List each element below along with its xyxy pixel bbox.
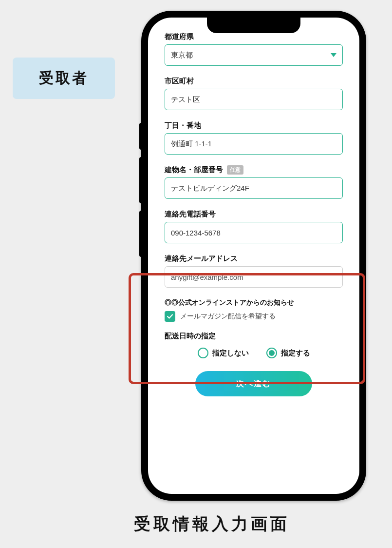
field-city: 市区町村 テスト区: [165, 73, 343, 110]
select-prefecture-value: 東京都: [171, 51, 193, 60]
optional-badge: 任意: [227, 165, 243, 175]
label-street: 丁目・番地: [165, 121, 201, 130]
radio-icon-selected: [266, 348, 277, 358]
radio-no-specify[interactable]: 指定しない: [198, 348, 249, 358]
field-street: 丁目・番地 例通町 1-1-1: [165, 117, 343, 155]
newsletter-checkbox-row[interactable]: メールマガジン配信を希望する: [165, 311, 343, 322]
input-building[interactable]: テストビルディング24F: [165, 177, 343, 199]
phone-screen: 都道府県 東京都 市区町村 テスト区 丁目・番地 例通町 1-1-1 建物名・部…: [148, 18, 359, 494]
label-email: 連絡先メールアドレス: [165, 254, 238, 263]
select-prefecture[interactable]: 東京都: [165, 44, 343, 66]
label-building: 建物名・部屋番号: [165, 165, 223, 175]
screen-caption: 受取情報入力画面: [134, 513, 290, 535]
field-building: 建物名・部屋番号 任意 テストビルディング24F: [165, 161, 343, 199]
checkbox-icon: [165, 311, 175, 322]
label-prefecture: 都道府県: [165, 32, 194, 41]
input-street[interactable]: 例通町 1-1-1: [165, 133, 343, 155]
label-city: 市区町村: [165, 77, 194, 86]
label-phone: 連絡先電話番号: [165, 210, 216, 219]
delivery-title: 配送日時の指定: [165, 332, 343, 341]
newsletter-checkbox-label: メールマガジン配信を希望する: [180, 312, 276, 321]
input-phone[interactable]: 090-1234-5678: [165, 222, 343, 243]
next-button[interactable]: 次へ進む: [195, 371, 312, 396]
field-prefecture: 都道府県 東京都: [165, 28, 343, 66]
newsletter-title: ◎◎公式オンラインストアからのお知らせ: [165, 298, 343, 307]
input-city[interactable]: テスト区: [165, 89, 343, 110]
radio-label-no-specify: 指定しない: [212, 349, 249, 358]
phone-notch: [207, 18, 300, 33]
radio-icon: [198, 348, 208, 358]
field-email: 連絡先メールアドレス anygift@example.com: [165, 250, 343, 288]
radio-label-specify: 指定する: [281, 349, 310, 358]
input-email[interactable]: anygift@example.com: [165, 266, 343, 288]
phone-frame: 都道府県 東京都 市区町村 テスト区 丁目・番地 例通町 1-1-1 建物名・部…: [141, 11, 366, 501]
chevron-down-icon: [331, 53, 336, 57]
side-label-recipient: 受取者: [13, 58, 115, 99]
radio-specify[interactable]: 指定する: [266, 348, 310, 358]
field-phone: 連絡先電話番号 090-1234-5678: [165, 206, 343, 243]
